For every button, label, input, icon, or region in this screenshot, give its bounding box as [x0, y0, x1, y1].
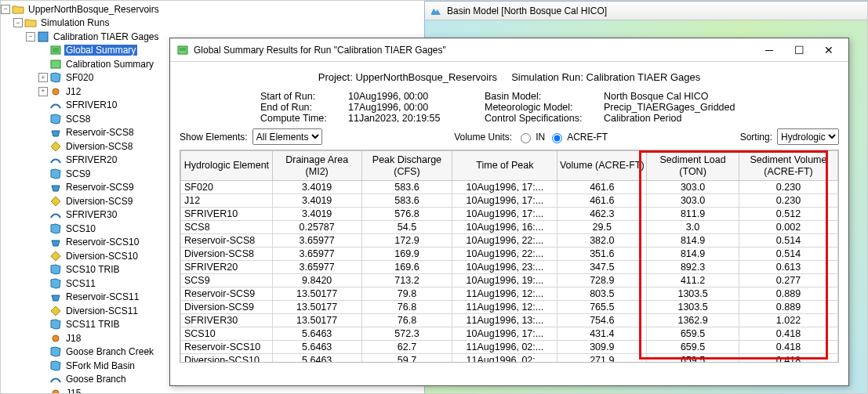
tree-toggle[interactable]: [38, 155, 48, 164]
tree-item[interactable]: J15: [1, 386, 420, 394]
tree-toggle[interactable]: +: [38, 87, 48, 96]
table-row[interactable]: SF0203.4019583.610Aug1996, 17:...461.630…: [181, 181, 838, 194]
cell-el: Reservoir-SCS9: [181, 287, 273, 301]
col-time-of-peak[interactable]: Time of Peak: [452, 151, 557, 181]
start-label: Start of Run:: [260, 91, 347, 102]
tree-toggle[interactable]: [38, 100, 48, 110]
tree-toggle[interactable]: [38, 320, 48, 329]
cell-el: SFRIVER30: [181, 314, 273, 327]
tree-toggle[interactable]: [38, 128, 48, 137]
tree-toggle[interactable]: [38, 142, 48, 151]
cell-el: J12: [181, 194, 273, 208]
table-row[interactable]: SCS105.6463572.310Aug1996, 17:...431.465…: [181, 327, 838, 341]
cell-sv: 0.230: [739, 181, 837, 194]
tree-toggle[interactable]: [38, 306, 48, 316]
tree-toggle[interactable]: −: [13, 18, 23, 27]
cell-vo: 271.9: [557, 354, 647, 363]
results-table-wrap[interactable]: Hydrologic Element Drainage Area (MI2) P…: [180, 150, 839, 363]
tree-toggle[interactable]: [38, 237, 48, 247]
tree-toggle[interactable]: [38, 197, 48, 206]
table-row[interactable]: SCS99.8420713.210Aug1996, 19:...728.9411…: [181, 274, 838, 287]
cell-sv: 0.514: [739, 234, 837, 248]
tree-label: J18: [64, 333, 82, 344]
maximize-button[interactable]: ☐: [784, 40, 814, 60]
tree-toggle[interactable]: [38, 224, 48, 233]
table-row[interactable]: SFRIVER103.4019576.810Aug1996, 17:...462…: [181, 208, 838, 221]
table-row[interactable]: SFRIVER3013.5017776.811Aug1996, 13:...75…: [181, 314, 838, 327]
cell-tp: 11Aug1996, 13:...: [452, 314, 557, 327]
col-sediment-volume[interactable]: Sediment Volume (ACRE-FT): [739, 151, 837, 181]
cell-sv: 0.002: [739, 221, 837, 234]
cell-sv: 0.418: [739, 354, 837, 363]
cell-pd: 62.7: [361, 341, 452, 354]
tree-toggle[interactable]: [38, 114, 48, 124]
unit-acft-label: ACRE-FT: [567, 132, 608, 143]
table-row[interactable]: J123.4019583.610Aug1996, 17:...461.6303.…: [181, 194, 838, 208]
cell-vo: 461.6: [557, 194, 647, 208]
tree-label: Diversion-SCS9: [64, 196, 134, 207]
tree-toggle[interactable]: −: [26, 32, 35, 42]
col-peak-discharge[interactable]: Peak Discharge (CFS): [361, 151, 452, 181]
col-element[interactable]: Hydrologic Element: [181, 151, 273, 181]
diversion-icon: [49, 195, 62, 208]
tree-label: UpperNorthBosque_Reservoirs: [27, 4, 161, 15]
end-value: 17Aug1996, 00:00: [348, 102, 450, 113]
col-volume[interactable]: Volume (ACRE-FT): [557, 151, 647, 181]
tree-root[interactable]: − UpperNorthBosque_Reservoirs: [1, 2, 420, 16]
cell-pd: 583.6: [361, 194, 452, 208]
dialog-title: Global Summary Results for Run "Calibrat…: [194, 45, 754, 56]
volume-units-label: Volume Units:: [454, 132, 512, 143]
ctrl-value: Calibration Period: [604, 113, 745, 124]
unit-in-radio[interactable]: IN: [517, 131, 545, 143]
cell-pd: 54.5: [361, 221, 452, 234]
tree-toggle[interactable]: [38, 347, 48, 356]
tree-toggle[interactable]: [38, 334, 48, 343]
table-row[interactable]: SFRIVER203.65977169.610Aug1996, 23:...34…: [181, 261, 838, 274]
basin-icon: [430, 5, 442, 17]
col-drainage-area[interactable]: Drainage Area (MI2): [272, 151, 361, 181]
tree-toggle[interactable]: [38, 210, 48, 219]
cell-tp: 10Aug1996, 17:...: [452, 194, 557, 208]
cell-tp: 10Aug1996, 22:...: [452, 248, 557, 261]
cell-tp: 11Aug1996, 02:...: [452, 341, 557, 354]
tree-toggle[interactable]: [38, 169, 48, 179]
table-row[interactable]: Diversion-SCS913.5017776.811Aug1996, 12:…: [181, 301, 838, 314]
tree-toggle[interactable]: +: [38, 73, 48, 82]
table-row[interactable]: Reservoir-SCS83.65977172.910Aug1996, 22:…: [181, 234, 838, 248]
tree-toggle[interactable]: [38, 374, 48, 384]
tree-label: Global Summary: [64, 45, 137, 56]
tree-toggle[interactable]: [38, 251, 48, 261]
table-row[interactable]: Diversion-SCS83.65977169.910Aug1996, 22:…: [181, 248, 838, 261]
sorting-select[interactable]: Hydrologic: [777, 128, 839, 145]
unit-acft-radio[interactable]: ACRE-FT: [548, 131, 608, 143]
tree-folder-simruns[interactable]: − Simulation Runs: [1, 16, 420, 31]
basin-value: North Bosque Cal HICO: [604, 91, 745, 102]
cell-tp: 11Aug1996, 02:...: [452, 354, 557, 363]
tree-toggle[interactable]: [38, 183, 48, 192]
cell-tp: 10Aug1996, 17:...: [452, 181, 557, 194]
tree-toggle[interactable]: [38, 389, 48, 394]
summary-icon: [49, 58, 62, 70]
cell-sl: 811.9: [647, 208, 739, 221]
cell-da: 13.50177: [272, 287, 361, 301]
tree-toggle[interactable]: [38, 265, 48, 274]
minimize-button[interactable]: ─: [754, 40, 784, 60]
show-elements-select[interactable]: All Elements: [252, 128, 322, 145]
tree-toggle[interactable]: [38, 361, 48, 371]
reservoir-icon: [49, 236, 62, 248]
cell-pd: 583.6: [361, 181, 452, 194]
table-row[interactable]: SCS80.2578754.510Aug1996, 16:...29.53.00…: [181, 221, 838, 234]
tree-toggle[interactable]: −: [1, 5, 10, 14]
table-row[interactable]: Reservoir-SCS913.5017779.811Aug1996, 12:…: [181, 287, 838, 301]
tree-label: SFRIVER20: [64, 154, 118, 165]
tree-toggle[interactable]: [38, 292, 48, 302]
cell-pd: 572.3: [361, 327, 452, 341]
table-row[interactable]: Diversion-SCS105.646359.711Aug1996, 02:.…: [181, 354, 838, 363]
table-row[interactable]: Reservoir-SCS105.646362.711Aug1996, 02:.…: [181, 341, 838, 354]
col-sediment-load[interactable]: Sediment Load (TON): [647, 151, 739, 181]
close-button[interactable]: ✕: [814, 40, 844, 60]
cell-el: SCS9: [181, 274, 273, 287]
dialog-titlebar[interactable]: Global Summary Results for Run "Calibrat…: [170, 38, 848, 62]
tree-toggle[interactable]: [38, 279, 48, 288]
cell-da: 5.6463: [272, 341, 361, 354]
